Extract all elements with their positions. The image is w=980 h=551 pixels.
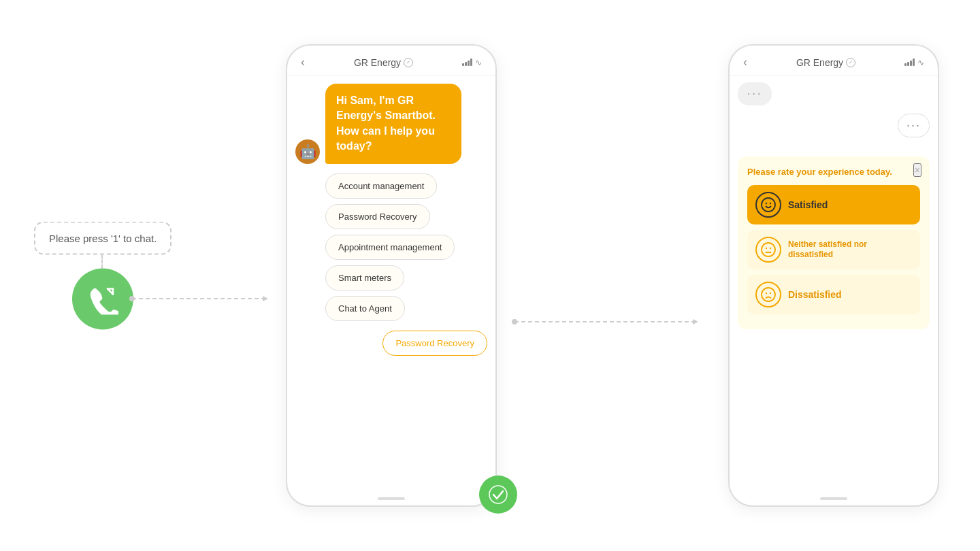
phone1-signal: ∿ <box>462 58 482 67</box>
phone-call-icon <box>72 269 133 330</box>
phone1-verified-badge: ✓ <box>404 58 413 67</box>
svg-point-4 <box>512 319 517 324</box>
phone2-frame: ‹ GR Energy ✓ ∿ <box>728 44 939 507</box>
phone2-verified-badge: ✓ <box>846 58 855 67</box>
scene: Please press '1' to chat. ‹ GR Energy <box>0 0 980 551</box>
rating-dissatisfied[interactable]: Dissatisfied <box>747 275 920 314</box>
user-message-row: Password Recovery <box>295 331 487 356</box>
quick-reply-chat-to-agent[interactable]: Chat to Agent <box>325 296 405 321</box>
bot-message-bubble: Hi Sam, I'm GR Energy's Smartbot. How ca… <box>325 84 461 164</box>
svg-point-7 <box>762 198 775 212</box>
call-prompt-text: Please press '1' to chat. <box>49 233 157 244</box>
bot-avatar: 🤖 <box>295 139 320 164</box>
phone1-header: ‹ GR Energy ✓ ∿ <box>287 46 495 76</box>
svg-point-9 <box>770 203 771 204</box>
rating-satisfied[interactable]: Satisfied <box>747 185 920 224</box>
phone2-signal-bars-icon <box>904 59 915 66</box>
phone2-back-button[interactable]: ‹ <box>743 55 747 69</box>
svg-point-11 <box>766 248 767 249</box>
dots-menu-row: ··· <box>738 114 930 143</box>
quick-reply-label: Smart meters <box>338 273 391 283</box>
phone1-title: GR Energy ✓ <box>354 57 413 68</box>
dissatisfied-label: Dissatisfied <box>788 289 842 300</box>
typing-bubble: ··· <box>738 82 772 105</box>
bot-message-text: Hi Sam, I'm GR Energy's Smartbot. How ca… <box>336 95 436 152</box>
typing-dots: ··· <box>747 88 762 99</box>
checkmark-icon <box>489 485 508 504</box>
quick-reply-label: Account management <box>338 181 424 191</box>
signal-bars-icon <box>462 59 472 66</box>
svg-point-3 <box>489 486 507 503</box>
svg-point-12 <box>770 248 771 249</box>
quick-reply-label: Password Recovery <box>338 212 417 222</box>
quick-reply-label: Appointment management <box>338 242 442 252</box>
success-check-circle <box>479 475 517 514</box>
rating-title-text: Please rate your experience today. <box>747 167 892 177</box>
svg-marker-6 <box>693 319 698 324</box>
phone1-home-indicator <box>378 497 405 500</box>
phone2-home-indicator <box>820 497 847 500</box>
quick-reply-appointment-management[interactable]: Appointment management <box>325 235 455 260</box>
quick-replies-list: Account management Password Recovery App… <box>295 173 487 321</box>
satisfied-label: Satisfied <box>788 199 828 210</box>
rating-card-title: Please rate your experience today. <box>747 166 920 178</box>
phone2: ‹ GR Energy ✓ ∿ <box>728 44 939 507</box>
left-call-section: Please press '1' to chat. <box>34 222 172 330</box>
rating-card: × Please rate your experience today. <box>738 156 930 329</box>
phone2-signal: ∿ <box>904 58 924 67</box>
smile-icon <box>761 197 776 212</box>
quick-reply-account-management[interactable]: Account management <box>325 173 437 199</box>
dots-menu-text: ··· <box>906 118 921 132</box>
close-icon: × <box>915 165 920 176</box>
dots-menu-button[interactable]: ··· <box>898 114 930 137</box>
smartbot-emoji: 🤖 <box>299 144 316 160</box>
phone2-wifi-icon: ∿ <box>917 58 924 67</box>
rating-neutral[interactable]: Neither satisfied nor dissatisfied <box>747 230 920 269</box>
quick-reply-label: Chat to Agent <box>338 303 392 314</box>
phone1-frame: ‹ GR Energy ✓ ∿ <box>286 44 497 507</box>
user-selected-text: Password Recovery <box>395 338 474 348</box>
typing-indicator-row: ··· <box>738 82 930 105</box>
svg-point-14 <box>762 288 775 301</box>
svg-point-16 <box>770 293 771 294</box>
quick-reply-smart-meters[interactable]: Smart meters <box>325 265 404 290</box>
sad-icon <box>761 287 776 302</box>
svg-marker-2 <box>263 296 268 301</box>
svg-point-10 <box>762 243 775 256</box>
call-prompt-bubble: Please press '1' to chat. <box>34 222 172 255</box>
quick-reply-password-recovery[interactable]: Password Recovery <box>325 204 430 229</box>
phone1: ‹ GR Energy ✓ ∿ <box>286 44 497 507</box>
phone1-body: 🤖 Hi Sam, I'm GR Energy's Smartbot. How … <box>287 76 495 497</box>
neutral-label: Neither satisfied nor dissatisfied <box>788 239 912 261</box>
phone-svg-icon <box>87 284 118 315</box>
bot-message-row: 🤖 Hi Sam, I'm GR Energy's Smartbot. How … <box>295 84 487 164</box>
neutral-emoji-circle <box>755 237 781 263</box>
phone2-header: ‹ GR Energy ✓ ∿ <box>730 46 938 76</box>
rating-close-button[interactable]: × <box>913 163 921 177</box>
connector-phone1-to-phone2 <box>512 316 709 337</box>
phone2-title-text: GR Energy <box>796 57 843 68</box>
neutral-icon <box>761 242 776 257</box>
svg-point-15 <box>766 293 767 294</box>
phone2-body: ··· ··· × Please rate your experience to… <box>730 76 938 497</box>
sad-emoji-circle <box>755 282 781 307</box>
phone1-back-button[interactable]: ‹ <box>301 55 305 69</box>
user-selected-bubble: Password Recovery <box>382 331 487 356</box>
svg-point-8 <box>766 203 767 204</box>
phone2-title: GR Energy ✓ <box>796 57 855 68</box>
phone1-title-text: GR Energy <box>354 57 401 68</box>
satisfied-emoji-circle <box>755 192 781 218</box>
wifi-icon: ∿ <box>475 58 482 67</box>
